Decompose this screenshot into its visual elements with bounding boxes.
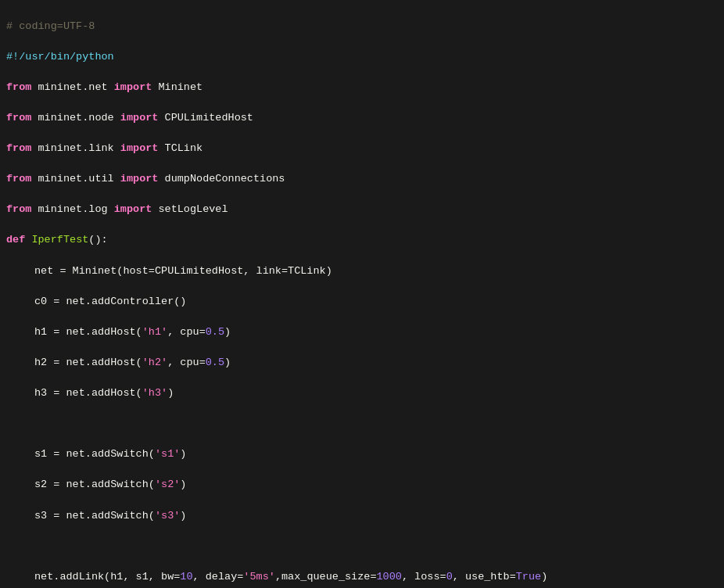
line-16: s2 = net.addSwitch('s2'): [6, 477, 724, 493]
line-15: s1 = net.addSwitch('s1'): [6, 446, 724, 462]
line-13: h3 = net.addHost('h3'): [6, 385, 724, 401]
line-8: def IperfTest():: [6, 232, 724, 248]
line-3: from mininet.net import Mininet: [6, 80, 724, 95]
line-1: # coding=UTF-8: [6, 19, 724, 34]
line-2: #!/usr/bin/python: [6, 49, 724, 65]
line-9: net = Mininet(host=CPULimitedHost, link=…: [6, 264, 724, 279]
line-5: from mininet.link import TCLink: [6, 141, 724, 156]
line-19: net.addLink(h1, s1, bw=10, delay='5ms',m…: [6, 569, 724, 585]
line-7: from mininet.log import setLogLevel: [6, 202, 724, 217]
line-10: c0 = net.addController(): [6, 294, 724, 310]
line-11: h1 = net.addHost('h1', cpu=0.5): [6, 324, 724, 340]
line-6: from mininet.util import dumpNodeConnect…: [6, 171, 724, 187]
line-12: h2 = net.addHost('h2', cpu=0.5): [6, 355, 724, 371]
line-4: from mininet.node import CPULimitedHost: [6, 110, 724, 126]
line-17: s3 = net.addSwitch('s3'): [6, 508, 724, 524]
code-editor[interactable]: # coding=UTF-8 #!/usr/bin/python from mi…: [0, 0, 724, 588]
line-18: [6, 539, 724, 554]
line-14: [6, 416, 724, 432]
